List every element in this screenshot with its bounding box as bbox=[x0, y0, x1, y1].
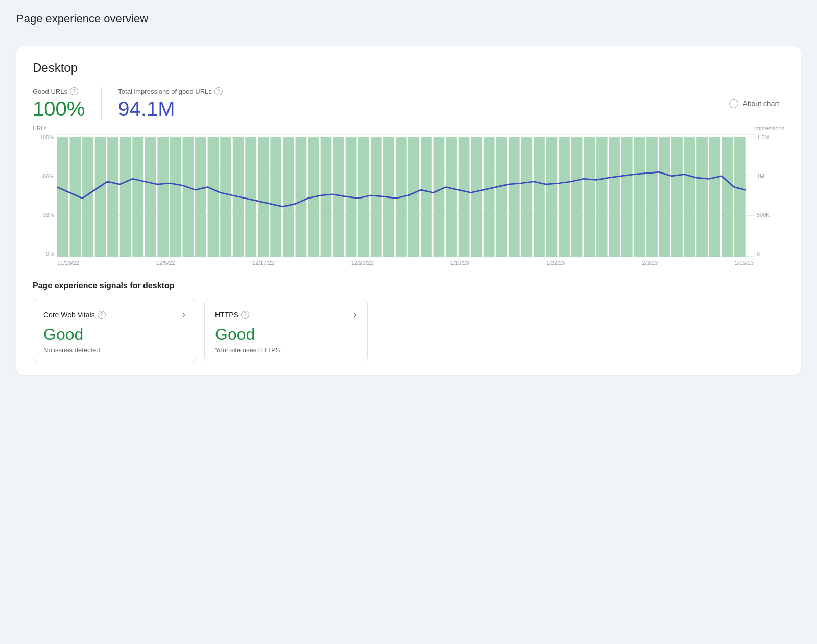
x-label-2: 12/17/22 bbox=[252, 260, 274, 266]
svg-rect-47 bbox=[596, 137, 608, 257]
svg-rect-12 bbox=[157, 137, 169, 257]
core-web-vitals-label: Core Web Vitals bbox=[43, 311, 95, 319]
good-urls-value: 100% bbox=[33, 97, 85, 120]
signal-card-https[interactable]: HTTPS ? › Good Your site uses HTTPS. bbox=[204, 299, 368, 362]
svg-rect-9 bbox=[120, 137, 131, 257]
svg-rect-42 bbox=[534, 137, 545, 257]
svg-rect-22 bbox=[283, 137, 294, 257]
y-right-label-3: 0 bbox=[757, 251, 760, 257]
svg-rect-36 bbox=[459, 137, 470, 257]
svg-rect-54 bbox=[684, 137, 695, 257]
svg-rect-51 bbox=[646, 137, 658, 257]
chart-area bbox=[57, 134, 754, 257]
good-urls-label: Good URLs bbox=[33, 88, 67, 95]
signals-section: Page experience signals for desktop Core… bbox=[33, 281, 784, 362]
svg-rect-13 bbox=[170, 137, 181, 257]
x-label-3: 12/29/22 bbox=[351, 260, 373, 266]
page-title: Page experience overview bbox=[16, 12, 801, 26]
svg-rect-17 bbox=[220, 137, 231, 257]
https-description: Your site uses HTTPS. bbox=[215, 346, 357, 354]
svg-rect-58 bbox=[734, 137, 746, 257]
core-web-vitals-status: Good bbox=[43, 325, 185, 344]
svg-rect-25 bbox=[321, 137, 332, 257]
svg-rect-26 bbox=[333, 137, 344, 257]
y-left-label-3: 0% bbox=[46, 251, 54, 257]
svg-rect-43 bbox=[546, 137, 558, 257]
svg-rect-37 bbox=[471, 137, 482, 257]
svg-rect-46 bbox=[584, 137, 595, 257]
total-impressions-label: Total impressions of good URLs bbox=[118, 88, 212, 95]
svg-rect-20 bbox=[258, 137, 269, 257]
good-urls-help-icon[interactable]: ? bbox=[70, 87, 78, 95]
svg-rect-15 bbox=[195, 137, 206, 257]
svg-rect-19 bbox=[245, 137, 256, 257]
chart-svg bbox=[57, 134, 754, 257]
info-circle-icon: i bbox=[729, 99, 738, 108]
svg-rect-50 bbox=[634, 137, 645, 257]
svg-rect-35 bbox=[446, 137, 457, 257]
svg-rect-45 bbox=[571, 137, 583, 257]
svg-rect-48 bbox=[609, 137, 620, 257]
core-web-vitals-description: No issues detected bbox=[43, 346, 185, 354]
y-right-label-0: 1.5M bbox=[757, 134, 769, 140]
svg-rect-41 bbox=[521, 137, 532, 257]
x-label-4: 1/10/23 bbox=[450, 260, 469, 266]
svg-rect-8 bbox=[107, 137, 118, 257]
svg-rect-4 bbox=[57, 137, 68, 257]
svg-rect-23 bbox=[295, 137, 306, 257]
y-right-label-1: 1M bbox=[757, 173, 764, 179]
y-left-label-1: 66% bbox=[43, 173, 54, 179]
x-axis: 11/23/22 12/5/22 12/17/22 12/29/22 1/10/… bbox=[57, 257, 754, 277]
svg-rect-7 bbox=[95, 137, 106, 257]
svg-rect-40 bbox=[509, 137, 520, 257]
svg-rect-21 bbox=[270, 137, 281, 257]
svg-rect-44 bbox=[559, 137, 570, 257]
y-axis-right: 1.5M 1M 500K 0 bbox=[754, 134, 784, 257]
x-label-5: 1/22/23 bbox=[546, 260, 565, 266]
https-chevron-icon: › bbox=[354, 309, 357, 320]
svg-rect-10 bbox=[132, 137, 143, 257]
svg-rect-11 bbox=[145, 137, 156, 257]
x-label-7: 2/15/23 bbox=[735, 260, 754, 266]
svg-rect-38 bbox=[484, 137, 495, 257]
svg-rect-34 bbox=[434, 137, 445, 257]
core-web-vitals-chevron-icon: › bbox=[182, 309, 185, 320]
y-left-label-0: 100% bbox=[40, 134, 54, 140]
signal-card-core-web-vitals[interactable]: Core Web Vitals ? › Good No issues detec… bbox=[33, 299, 196, 362]
y-axis-left: 100% 66% 33% 0% bbox=[33, 134, 57, 257]
about-chart-button[interactable]: i About chart bbox=[724, 96, 784, 111]
x-label-1: 12/5/22 bbox=[156, 260, 175, 266]
svg-rect-14 bbox=[183, 137, 194, 257]
y-axis-left-title: URLs bbox=[33, 125, 47, 131]
svg-rect-33 bbox=[421, 137, 432, 257]
signals-title: Page experience signals for desktop bbox=[33, 281, 784, 290]
total-impressions-value: 94.1M bbox=[118, 97, 223, 120]
https-label: HTTPS bbox=[215, 311, 238, 319]
svg-rect-52 bbox=[659, 137, 670, 257]
https-help-icon[interactable]: ? bbox=[241, 311, 249, 319]
svg-rect-56 bbox=[709, 137, 720, 257]
svg-rect-49 bbox=[621, 137, 633, 257]
y-left-label-2: 33% bbox=[43, 212, 54, 218]
svg-rect-53 bbox=[671, 137, 683, 257]
about-chart-label: About chart bbox=[742, 100, 779, 108]
page-header: Page experience overview bbox=[0, 0, 817, 34]
desktop-card: Desktop Good URLs ? 100% Total impressio… bbox=[16, 46, 801, 375]
x-label-6: 2/3/23 bbox=[642, 260, 658, 266]
svg-rect-55 bbox=[696, 137, 708, 257]
svg-rect-57 bbox=[722, 137, 733, 257]
svg-rect-16 bbox=[208, 137, 219, 257]
y-right-label-2: 500K bbox=[757, 212, 770, 218]
chart-container: URLs Impressions 100% 66% 33% 0% bbox=[33, 134, 784, 277]
x-label-0: 11/23/22 bbox=[57, 260, 79, 266]
signals-cards: Core Web Vitals ? › Good No issues detec… bbox=[33, 299, 784, 362]
svg-rect-39 bbox=[496, 137, 507, 257]
https-status: Good bbox=[215, 325, 357, 344]
total-impressions-help-icon[interactable]: ? bbox=[214, 87, 223, 95]
y-axis-right-title: Impressions bbox=[754, 125, 784, 131]
svg-rect-32 bbox=[408, 137, 419, 257]
core-web-vitals-help-icon[interactable]: ? bbox=[98, 311, 106, 319]
desktop-card-title: Desktop bbox=[33, 61, 784, 75]
